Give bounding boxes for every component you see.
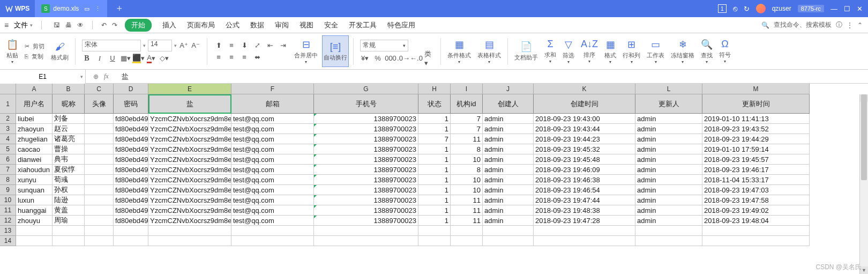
cell[interactable]: 赵云 <box>53 124 85 134</box>
row-header[interactable]: 7 <box>0 165 16 175</box>
cell[interactable] <box>85 195 114 205</box>
col-header[interactable]: D <box>114 84 148 94</box>
cell[interactable]: zhugelian <box>16 134 53 144</box>
cell[interactable]: YzcmCZNvbXocrsz9dm8e <box>148 154 231 165</box>
header-cell[interactable]: 头像 <box>85 94 114 114</box>
ribbon-tab-6[interactable]: 视图 <box>300 20 313 30</box>
fx-icon[interactable]: fx <box>104 72 109 80</box>
cell[interactable]: test@qq.com <box>231 175 314 185</box>
cell[interactable]: 刘备 <box>53 114 85 124</box>
cell[interactable]: YzcmCZNvbXocrsz9dm8e <box>148 124 231 134</box>
cell[interactable]: 13889700023 <box>314 175 418 185</box>
cell[interactable]: 2019-01-10 11:41:13 <box>702 114 810 124</box>
underline-button[interactable]: U <box>108 54 117 63</box>
cell[interactable]: 13889700023 <box>314 205 418 216</box>
cell[interactable]: YzcmCZNvbXocrsz9dm8e <box>148 216 231 226</box>
cell[interactable]: 2018-11-04 15:33:17 <box>702 175 810 185</box>
cell[interactable]: test@qq.com <box>231 144 314 154</box>
sync-icon[interactable]: ↻ <box>744 5 750 13</box>
bold-button[interactable]: B <box>82 54 92 63</box>
ribbon-tab-0[interactable]: 开始 <box>125 19 152 32</box>
cell[interactable]: 2018-09-23 19:44:29 <box>702 134 810 144</box>
cell[interactable]: admin <box>483 144 534 154</box>
cell[interactable]: 2019-01-10 17:59:14 <box>702 144 810 154</box>
cell[interactable]: test@qq.com <box>231 124 314 134</box>
cell[interactable] <box>231 226 314 236</box>
phonetic-button[interactable]: ◇▾ <box>159 54 169 63</box>
select-all-corner[interactable] <box>0 84 16 94</box>
cell[interactable] <box>534 236 635 246</box>
cell[interactable]: YzcmCZNvbXocrsz9dm8e <box>148 195 231 205</box>
cell[interactable] <box>85 144 114 154</box>
cell[interactable]: 2018-09-23 19:43:00 <box>534 114 635 124</box>
cell[interactable]: admin <box>483 114 534 124</box>
cell[interactable] <box>85 165 114 175</box>
cell[interactable] <box>534 226 635 236</box>
cell[interactable]: 2018-09-23 19:47:28 <box>534 216 635 226</box>
cell[interactable]: xiahoudun <box>16 165 53 175</box>
spreadsheet[interactable]: ABCDEFGHIJKLM1用户名昵称头像密码盐邮箱手机号状态机构id创建人创建… <box>0 84 810 246</box>
cell[interactable]: 黄盖 <box>53 205 85 216</box>
cell[interactable]: 13889700023 <box>314 195 418 205</box>
cell[interactable]: fd80ebd49 <box>114 144 148 154</box>
cloud-icon[interactable]: ⎋ <box>733 4 737 13</box>
col-header[interactable]: E <box>148 84 231 94</box>
italic-button[interactable]: I <box>95 54 104 63</box>
ribbon-tab-4[interactable]: 数据 <box>250 20 264 30</box>
cell[interactable]: 2018-09-23 19:45:57 <box>702 154 810 165</box>
wrap-text-button[interactable]: [≡]自动换行 <box>322 35 349 67</box>
cell[interactable]: 曹操 <box>53 144 85 154</box>
col-header[interactable]: K <box>534 84 635 94</box>
cell[interactable] <box>635 226 702 236</box>
cell[interactable]: admin <box>483 175 534 185</box>
cell[interactable]: YzcmCZNvbXocrsz9dm8e <box>148 205 231 216</box>
cell[interactable]: 夏侯惇 <box>53 165 85 175</box>
inc-decimal-icon[interactable]: .0→ <box>399 54 408 63</box>
undo-icon[interactable]: ↶ <box>101 21 107 29</box>
row-header[interactable]: 9 <box>0 185 16 195</box>
indent-inc-icon[interactable]: ⇥ <box>278 41 288 50</box>
ribbon-tab-7[interactable]: 安全 <box>324 20 338 30</box>
cell[interactable]: test@qq.com <box>231 114 314 124</box>
cell[interactable]: admin <box>483 134 534 144</box>
cell[interactable]: 13889700023 <box>314 165 418 175</box>
cell[interactable]: 13889700023 <box>314 114 418 124</box>
cell[interactable]: admin <box>635 124 702 134</box>
cut-button[interactable]: ✂剪切 <box>25 42 44 50</box>
cell[interactable]: 2018-09-23 19:46:54 <box>534 185 635 195</box>
new-tab-button[interactable]: + <box>116 3 122 14</box>
cell[interactable]: zhouyu <box>16 216 53 226</box>
cell[interactable]: 13889700023 <box>314 216 418 226</box>
col-header[interactable]: J <box>483 84 534 94</box>
cell[interactable]: 1 <box>418 154 451 165</box>
cell[interactable]: 8 <box>451 144 483 154</box>
cell[interactable]: admin <box>483 205 534 216</box>
cell[interactable]: fd80ebd49 <box>114 134 148 144</box>
sheet-button[interactable]: ▭工作表▾ <box>645 35 667 67</box>
cell[interactable]: admin <box>635 175 702 185</box>
align-left-icon[interactable]: ≡ <box>214 53 223 62</box>
number-format-select[interactable]: 常规▾ <box>360 40 408 51</box>
align-middle-icon[interactable]: ≡ <box>227 41 236 50</box>
cell[interactable]: xunyu <box>16 175 53 185</box>
cell[interactable] <box>53 226 85 236</box>
cell[interactable]: test@qq.com <box>231 134 314 144</box>
align-bottom-icon[interactable]: ⬇ <box>240 41 249 50</box>
cell[interactable]: 2018-09-23 19:47:44 <box>534 195 635 205</box>
cell[interactable]: 典韦 <box>53 154 85 165</box>
cell[interactable]: YzcmCZNvbXocrsz9dm8e <box>148 134 231 144</box>
cell[interactable] <box>148 226 231 236</box>
row-header[interactable]: 10 <box>0 195 16 205</box>
cell[interactable]: 1 <box>418 195 451 205</box>
name-box-input[interactable] <box>0 70 85 84</box>
cell[interactable]: 7 <box>451 124 483 134</box>
cell[interactable]: 10 <box>451 154 483 165</box>
file-menu[interactable]: 文件 ▾ <box>12 19 35 31</box>
cell[interactable]: 2018-09-23 19:43:52 <box>702 124 810 134</box>
cell[interactable]: 8 <box>451 165 483 175</box>
cell[interactable]: 诸葛亮 <box>53 134 85 144</box>
cell[interactable]: admin <box>483 165 534 175</box>
sum-button[interactable]: Σ求和▾ <box>542 35 558 67</box>
cell[interactable] <box>418 236 451 246</box>
cell[interactable]: admin <box>635 185 702 195</box>
